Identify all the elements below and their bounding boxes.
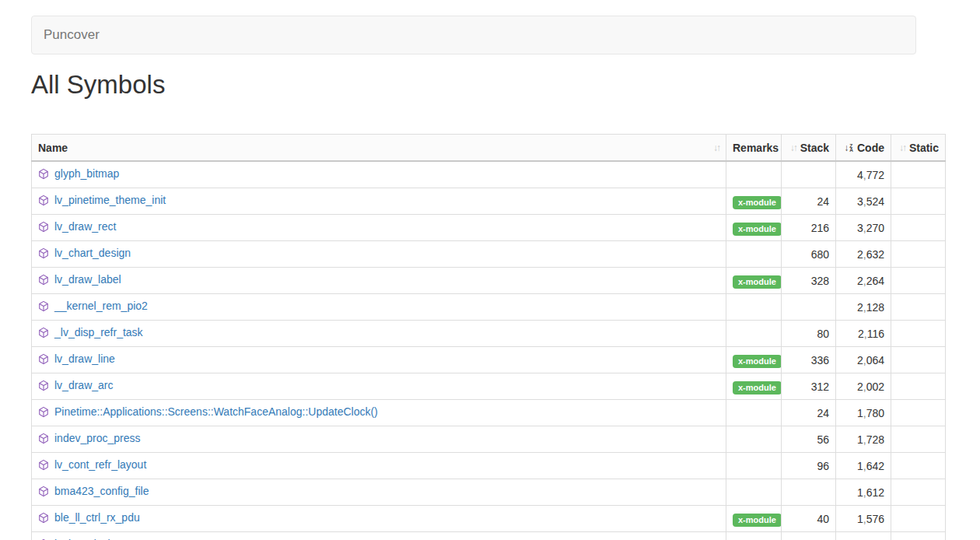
x-module-badge: x-module: [733, 223, 782, 236]
symbol-link[interactable]: glyph_bitmap: [54, 167, 119, 180]
table-row: lv_draw_linex-module3362,064: [32, 347, 946, 373]
column-header-static[interactable]: ↓↑Static: [891, 135, 946, 162]
remarks-cell: [726, 532, 782, 540]
symbol-link[interactable]: _lv_disp_refr_task: [54, 326, 143, 338]
code-cell: 1,576: [836, 506, 891, 532]
static-cell: [891, 268, 946, 294]
symbol-link[interactable]: __kernel_rem_pio2: [54, 300, 148, 312]
stack-cell: 328: [782, 268, 836, 294]
name-cell: Pinetime::Applications::Screens::WatchFa…: [32, 400, 726, 426]
static-cell: [891, 453, 946, 479]
remarks-cell: [726, 400, 782, 426]
stack-cell: [782, 161, 836, 188]
remarks-cell: x-module: [726, 215, 782, 241]
static-cell: [891, 506, 946, 532]
table-row: lv_draw_labelx-module3282,264: [32, 268, 946, 294]
remarks-cell: [726, 426, 782, 453]
symbol-link[interactable]: indev_proc_press: [54, 432, 141, 444]
symbol-link[interactable]: lv_chart_design: [54, 247, 131, 259]
table-row: lv_chart_design6802,632: [32, 241, 946, 268]
cube-icon: [38, 300, 49, 316]
cube-icon: [38, 327, 49, 342]
column-header-remarks: Remarks: [726, 135, 782, 162]
remarks-cell: [726, 453, 782, 479]
x-module-badge: x-module: [733, 196, 782, 209]
symbol-link[interactable]: lv_draw_line: [54, 352, 115, 365]
cube-icon: [38, 247, 49, 263]
name-cell: lv_draw_arc: [32, 373, 726, 400]
remarks-cell: x-module: [726, 268, 782, 294]
column-header-code[interactable]: ↓ZACode: [836, 135, 891, 162]
remarks-cell: [726, 479, 782, 506]
brand-link[interactable]: Puncover: [32, 27, 111, 43]
symbols-table: Name↓↑Remarks↓↑Stack↓ZACode↓↑Static glyp…: [31, 134, 946, 540]
table-row: indev_proc_press561,728: [32, 426, 946, 453]
symbol-link[interactable]: bma423_config_file: [54, 485, 149, 497]
static-cell: [891, 215, 946, 241]
code-cell: 1,480: [836, 532, 891, 540]
code-cell: 1,612: [836, 479, 891, 506]
static-cell: [891, 400, 946, 426]
sort-descending-icon: ↓ZA: [844, 140, 853, 156]
stack-cell: 248: [782, 532, 836, 540]
code-cell: 3,524: [836, 188, 891, 215]
stack-cell: 56: [782, 426, 836, 453]
static-cell: [891, 294, 946, 321]
stack-cell: [782, 294, 836, 321]
symbol-link[interactable]: ble_ll_ctrl_rx_pdu: [54, 511, 140, 524]
code-cell: 2,002: [836, 373, 891, 400]
symbol-link[interactable]: lv_draw_arc: [54, 379, 113, 391]
static-cell: [891, 532, 946, 540]
table-row: lv_cont_refr_layout961,642: [32, 453, 946, 479]
name-cell: ble_ll_ctrl_rx_pdu: [32, 506, 726, 532]
column-header-name[interactable]: Name↓↑: [32, 135, 726, 162]
name-cell: lv_draw_rect: [32, 215, 726, 241]
column-label: Static: [909, 140, 939, 156]
stack-cell: 24: [782, 188, 836, 215]
column-label: Stack: [800, 140, 829, 156]
cube-icon: [38, 433, 49, 448]
page-title: All Symbols: [31, 71, 980, 99]
symbol-link[interactable]: lv_draw_rect: [54, 220, 116, 233]
name-cell: __kernel_rem_pio2: [32, 294, 726, 321]
stack-cell: 336: [782, 347, 836, 373]
symbol-link[interactable]: lv_cont_refr_layout: [54, 458, 146, 471]
symbol-link[interactable]: lv_draw_label: [54, 273, 121, 286]
remarks-cell: [726, 294, 782, 321]
code-cell: 1,642: [836, 453, 891, 479]
code-cell: 2,264: [836, 268, 891, 294]
code-cell: 4,772: [836, 161, 891, 188]
sort-both-icon: ↓↑: [790, 140, 796, 156]
column-label: Remarks: [733, 140, 779, 156]
stack-cell: 96: [782, 453, 836, 479]
sort-both-icon: ↓↑: [713, 140, 719, 156]
remarks-cell: x-module: [726, 373, 782, 400]
symbol-link[interactable]: lv_pinetime_theme_init: [54, 194, 166, 206]
name-cell: glyph_bitmap: [32, 161, 726, 188]
sort-both-icon: ↓↑: [899, 140, 905, 156]
table-row: lv_draw_arcx-module3122,002: [32, 373, 946, 400]
remarks-cell: x-module: [726, 188, 782, 215]
x-module-badge: x-module: [733, 514, 782, 527]
code-cell: 1,780: [836, 400, 891, 426]
stack-cell: 40: [782, 506, 836, 532]
cube-icon: [38, 353, 49, 369]
table-row: lv_draw_rectx-module2163,270: [32, 215, 946, 241]
name-cell: lv_chart_design: [32, 241, 726, 268]
x-module-badge: x-module: [733, 355, 782, 368]
column-header-stack[interactable]: ↓↑Stack: [782, 135, 836, 162]
static-cell: [891, 188, 946, 215]
table-row: ble_ll_ctrl_rx_pdux-module401,576: [32, 506, 946, 532]
name-cell: lv_cont_refr_layout: [32, 453, 726, 479]
code-cell: 2,116: [836, 321, 891, 347]
static-cell: [891, 161, 946, 188]
code-cell: 2,128: [836, 294, 891, 321]
symbol-link[interactable]: Pinetime::Applications::Screens::WatchFa…: [54, 405, 378, 418]
stack-cell: 680: [782, 241, 836, 268]
navbar: Puncover: [31, 16, 916, 54]
cube-icon: [38, 486, 49, 501]
code-cell: 1,728: [836, 426, 891, 453]
code-cell: 2,632: [836, 241, 891, 268]
column-label: Code: [857, 140, 884, 156]
name-cell: indev_proc_press: [32, 426, 726, 453]
